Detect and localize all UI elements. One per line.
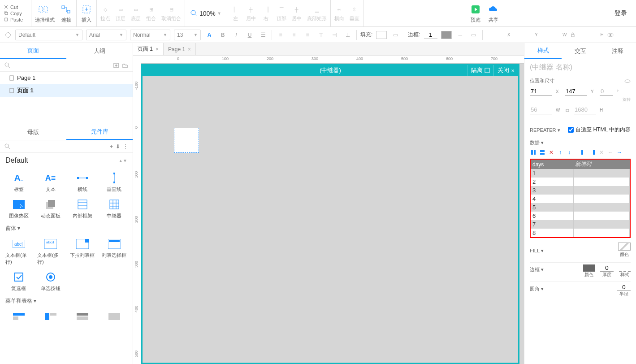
widget-repeater[interactable]: 中继器: [99, 196, 129, 221]
widget-listbox[interactable]: 列表选择框: [99, 236, 129, 267]
widget-vline[interactable]: 垂直线: [99, 170, 129, 195]
move-up-icon[interactable]: ↑: [557, 149, 564, 156]
delete-col-icon[interactable]: ✕: [598, 149, 605, 156]
widget-text[interactable]: A≡文本: [35, 170, 65, 195]
bullets-button[interactable]: ☰: [258, 30, 268, 40]
section-data[interactable]: 数据 ▾: [530, 139, 631, 146]
align-left-text-button[interactable]: ≡: [276, 30, 286, 40]
widget-hline[interactable]: 横线: [67, 170, 97, 195]
fill-more-button[interactable]: ▭: [390, 30, 400, 40]
lock-icon[interactable]: [565, 107, 570, 113]
weight-select[interactable]: Normal▼: [130, 30, 170, 40]
cut-button[interactable]: Cut: [4, 4, 31, 10]
delete-icon[interactable]: ✕: [548, 149, 555, 156]
paint-icon[interactable]: [4, 31, 12, 39]
library-category[interactable]: Default▲▼: [0, 153, 133, 168]
section-fill[interactable]: FILL ▾: [530, 248, 544, 254]
valign-bot-button[interactable]: ⊥: [343, 30, 353, 40]
widget-iframe[interactable]: 内部框架: [67, 196, 97, 221]
add-row-icon[interactable]: [539, 149, 546, 156]
col-right-icon[interactable]: [589, 149, 596, 156]
login-button[interactable]: 登录: [606, 0, 636, 26]
zoom-control[interactable]: 100%▼: [185, 0, 227, 26]
download-lib-icon[interactable]: ⬇: [116, 143, 120, 150]
close-tab-icon[interactable]: ×: [188, 46, 191, 52]
section-border[interactable]: 边框 ▾: [530, 266, 544, 273]
valign-top-button[interactable]: ⊤: [316, 30, 326, 40]
pos-y-input[interactable]: [565, 87, 587, 96]
move-left-icon[interactable]: ←: [607, 149, 614, 156]
widget-menu2[interactable]: [35, 308, 65, 325]
italic-button[interactable]: I: [231, 30, 241, 40]
page-item[interactable]: 页面 1: [0, 84, 133, 97]
move-right-icon[interactable]: →: [616, 149, 623, 156]
add-page-icon[interactable]: [113, 62, 119, 69]
isolate-button[interactable]: 隔离: [467, 65, 493, 76]
widget-droplist[interactable]: 下拉列表框: [67, 236, 97, 267]
corner-radius-input[interactable]: [617, 284, 631, 291]
more-icon[interactable]: ⋮: [123, 143, 128, 150]
border-color-swatch[interactable]: [441, 31, 452, 39]
font-select[interactable]: Arial▼: [86, 30, 126, 40]
bold-button[interactable]: B: [218, 30, 228, 40]
folder-icon[interactable]: [122, 62, 128, 69]
x-input[interactable]: [486, 31, 506, 38]
border-style-select[interactable]: [619, 264, 631, 272]
border-style-button[interactable]: ─: [455, 30, 465, 40]
fill-swatch[interactable]: [376, 31, 387, 39]
copy-button[interactable]: Copy: [4, 11, 31, 16]
repeater-item-widget[interactable]: [174, 128, 199, 153]
fit-html-checkbox[interactable]: 自适应 HTML 中的内容: [568, 126, 631, 134]
widget-menu1[interactable]: [4, 308, 34, 325]
move-down-icon[interactable]: ↓: [566, 149, 573, 156]
widget-radio[interactable]: 单选按钮: [35, 269, 65, 294]
close-tab-icon[interactable]: ×: [156, 46, 159, 52]
fill-color-swatch[interactable]: [618, 243, 631, 251]
section-corner[interactable]: 圆角 ▾: [530, 286, 544, 292]
col-left-icon[interactable]: [580, 149, 587, 156]
tab-notes[interactable]: 注释: [599, 43, 636, 59]
widget-textarea[interactable]: abcd文本框(多行): [35, 236, 65, 267]
canvas[interactable]: (中继器) 隔离 关闭×: [141, 64, 524, 364]
connect-button[interactable]: 连接: [60, 3, 73, 23]
w-input[interactable]: [541, 31, 562, 38]
valign-mid-button[interactable]: ⊣: [329, 30, 339, 40]
color-button[interactable]: A: [204, 30, 214, 40]
border-width-input[interactable]: [424, 31, 437, 39]
y-input[interactable]: [514, 31, 534, 38]
rotation-input[interactable]: [600, 87, 613, 96]
border-color-swatch[interactable]: [583, 264, 595, 272]
visibility-icon[interactable]: [607, 32, 614, 38]
tab-style[interactable]: 样式: [524, 43, 562, 59]
tab-libraries[interactable]: 元件库: [66, 124, 133, 140]
widget-checkbox[interactable]: 复选框: [4, 269, 34, 294]
lib-section-menus[interactable]: 菜单和表格 ▾: [0, 295, 133, 307]
insert-button[interactable]: +插入: [80, 3, 93, 23]
style-select[interactable]: Default▼: [15, 30, 82, 40]
widget-menu4[interactable]: [99, 308, 129, 325]
add-col-icon[interactable]: [530, 149, 537, 156]
library-search-input[interactable]: [13, 143, 107, 150]
tab-pages[interactable]: 页面: [0, 43, 66, 59]
preview-button[interactable]: 预览: [469, 3, 482, 23]
tab-interactions[interactable]: 交互: [562, 43, 599, 59]
paste-button[interactable]: Paste: [4, 17, 31, 22]
border-more-button[interactable]: ▭: [469, 30, 479, 40]
lib-section-forms[interactable]: 窗体 ▾: [0, 223, 133, 234]
doc-tab[interactable]: 页面 1×: [133, 43, 164, 55]
tab-masters[interactable]: 母版: [0, 124, 66, 140]
underline-button[interactable]: U: [245, 30, 255, 40]
share-button[interactable]: 共享: [487, 3, 500, 23]
page-item[interactable]: Page 1: [0, 72, 133, 84]
tab-outline[interactable]: 大纲: [66, 43, 133, 59]
widget-name-input[interactable]: (中继器 名称): [530, 63, 631, 72]
align-right-text-button[interactable]: ≡: [303, 30, 312, 40]
select-mode-button[interactable]: 选择模式: [35, 3, 55, 23]
widget-hotspot[interactable]: 图像热区: [4, 196, 34, 221]
close-repeater-button[interactable]: 关闭×: [493, 65, 518, 76]
size-select[interactable]: 13▼: [174, 30, 201, 40]
visibility-icon[interactable]: [624, 78, 631, 84]
widget-dynamic-panel[interactable]: 动态面板: [35, 196, 65, 221]
doc-tab[interactable]: Page 1×: [164, 43, 196, 55]
pages-search-input[interactable]: [13, 62, 110, 69]
